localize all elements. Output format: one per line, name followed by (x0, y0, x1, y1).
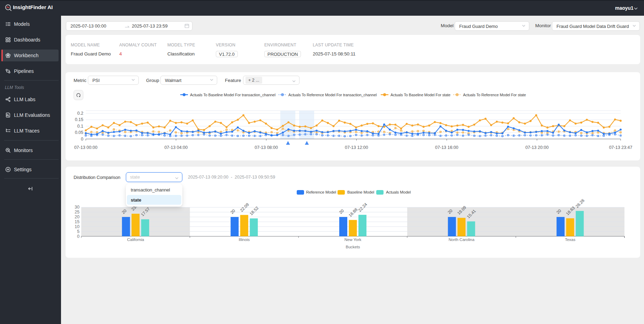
svg-text:0.2: 0.2 (77, 111, 83, 116)
svg-text:0.15: 0.15 (75, 117, 83, 122)
svg-text:5: 5 (77, 229, 79, 234)
svg-text:25: 25 (75, 210, 79, 214)
svg-text:07-13 16:00: 07-13 16:00 (435, 145, 459, 150)
svg-text:Texas: Texas (565, 238, 575, 242)
svg-text:07-13 08:00: 07-13 08:00 (255, 145, 278, 150)
svg-text:18.52: 18.52 (249, 205, 259, 216)
svg-text:Buckets: Buckets (346, 245, 360, 249)
svg-text:07-13 00:00: 07-13 00:00 (74, 145, 98, 150)
svg-text:15: 15 (75, 219, 79, 224)
svg-text:20: 20 (338, 208, 345, 215)
svg-text:07-13 04:00: 07-13 04:00 (164, 145, 188, 150)
svg-text:20: 20 (75, 214, 79, 219)
svg-text:30: 30 (75, 205, 79, 210)
svg-text:07-13 23:47: 07-13 23:47 (609, 145, 632, 150)
svg-text:16.88: 16.88 (348, 207, 358, 218)
svg-text:07-13 12:00: 07-13 12:00 (345, 145, 368, 150)
svg-text:North Carolina: North Carolina (449, 238, 475, 242)
svg-text:Illinois: Illinois (238, 238, 250, 242)
svg-text:20: 20 (229, 208, 236, 215)
svg-text:0.1: 0.1 (77, 124, 83, 129)
svg-text:0.05: 0.05 (75, 130, 83, 135)
svg-text:0: 0 (81, 137, 83, 142)
svg-text:0: 0 (77, 234, 79, 239)
svg-text:10: 10 (75, 224, 79, 229)
svg-text:07-13 20:00: 07-13 20:00 (525, 145, 549, 150)
svg-text:New York: New York (344, 238, 362, 242)
svg-text:California: California (127, 238, 144, 242)
